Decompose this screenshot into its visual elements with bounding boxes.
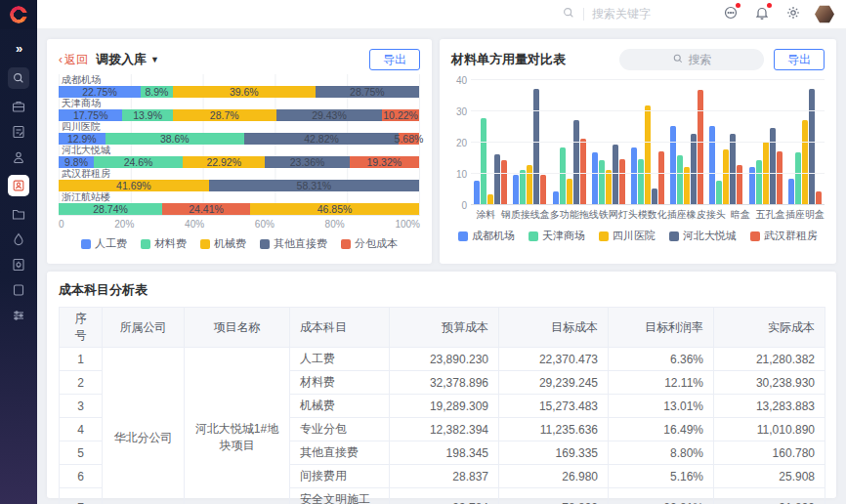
avatar[interactable] [815,5,834,24]
bar[interactable] [606,170,612,204]
bar-segment[interactable]: 29.43% [276,109,383,121]
bar[interactable] [527,165,532,204]
bar-segment[interactable]: 5.68% [399,133,419,145]
bar-segment[interactable]: 17.75% [59,109,122,121]
bar[interactable] [658,151,664,204]
bar-segment[interactable]: 28.7% [173,109,276,121]
bar[interactable] [723,149,729,204]
export-button[interactable]: 导出 [774,49,825,70]
bar[interactable] [691,134,697,204]
bar[interactable] [788,179,794,204]
legend-item[interactable]: 天津商场 [529,229,585,243]
bar[interactable] [599,160,605,204]
bar-segment[interactable]: 58.31% [209,180,419,191]
bar[interactable] [613,145,618,204]
bar[interactable] [481,118,486,204]
bar[interactable] [553,191,559,204]
bar[interactable] [592,152,598,204]
bar-segment[interactable]: 46.85% [250,203,419,215]
app-logo[interactable] [0,0,37,29]
settings-button[interactable] [785,5,801,23]
legend-item[interactable]: 机械费 [200,236,246,251]
bar[interactable] [533,89,539,204]
bar-segment[interactable]: 23.36% [265,156,349,168]
bar[interactable] [652,189,657,204]
bar-segment[interactable]: 28.74% [59,203,162,215]
bar[interactable] [709,126,715,204]
bar[interactable] [638,159,644,204]
bar[interactable] [795,152,801,204]
bar[interactable] [487,194,493,204]
legend-item[interactable]: 其他直接费 [260,236,327,251]
sidebar-item-workflow[interactable] [11,308,26,323]
bar[interactable] [756,160,762,204]
bar-segment[interactable]: 24.6% [94,156,183,168]
back-link[interactable]: ‹ 返回 [59,52,88,68]
legend-item[interactable]: 人工费 [81,236,127,251]
legend-item[interactable]: 材料费 [141,236,187,251]
bar[interactable] [573,120,579,204]
bar-segment[interactable]: 19.32% [350,156,419,168]
bar-segment[interactable]: 8.9% [141,86,173,98]
bar[interactable] [560,147,566,204]
bar[interactable] [809,89,815,204]
sidebar-item-orders[interactable] [11,124,26,140]
bar[interactable] [698,90,703,204]
bar[interactable] [716,181,722,204]
global-search[interactable]: 搜索关键字 [562,6,651,22]
panel-search-input[interactable]: 搜索 [619,49,764,70]
bar[interactable] [777,151,783,204]
sidebar-item-files[interactable] [11,206,26,222]
bar[interactable] [645,105,651,204]
bar-segment[interactable]: 22.92% [183,156,266,168]
droplet-icon [11,231,26,247]
legend-item[interactable]: 分包成本 [341,236,398,251]
legend-item[interactable]: 四川医院 [599,229,656,243]
bar-segment[interactable]: 38.6% [106,133,244,145]
bar-segment[interactable]: 10.22% [382,109,419,121]
legend-item[interactable]: 武汉群租房 [750,229,818,243]
bar[interactable] [802,120,808,204]
bar[interactable] [501,160,507,204]
notifications-button[interactable] [754,5,770,23]
bar[interactable] [816,191,822,204]
sidebar-item-devices[interactable] [11,282,26,298]
bar-segment[interactable]: 13.9% [122,109,172,121]
bar-segment[interactable]: 12.9% [59,133,106,145]
legend-item[interactable]: 河北大悦城 [669,229,737,243]
bar[interactable] [580,139,586,204]
bar[interactable] [631,147,637,204]
bar-segment[interactable]: 41.69% [59,180,209,191]
messages-button[interactable] [723,5,739,23]
sidebar-item-materials-active[interactable] [8,175,29,196]
bar[interactable] [670,126,676,204]
row-index-cell: 4 [60,418,103,441]
material-usage-panel: 材料单方用量对比表 搜索 导出 010203040 [440,39,836,264]
bar-segment[interactable]: 28.75% [316,86,419,98]
legend-item[interactable]: 成都机场 [458,229,515,243]
bar-segment[interactable]: 9.8% [59,156,94,168]
bar[interactable] [494,154,500,204]
sidebar-item-search[interactable] [8,67,29,89]
bar[interactable] [540,175,546,204]
bar[interactable] [513,175,519,204]
collapse-sidebar-icon[interactable]: » [16,41,21,56]
bar[interactable] [677,155,683,204]
chevron-down-icon[interactable]: ▼ [150,55,159,64]
bar-segment[interactable]: 22.75% [59,86,141,98]
sidebar-item-resources[interactable] [11,231,26,247]
bar[interactable] [730,134,736,204]
bar[interactable] [737,165,742,204]
bar[interactable] [567,179,572,204]
export-button[interactable]: 导出 [369,49,420,70]
bar-segment[interactable]: 39.6% [173,86,316,98]
bar-segment[interactable]: 42.82% [244,133,399,145]
bar[interactable] [520,170,526,204]
sidebar-item-projects[interactable] [11,99,26,114]
sidebar-item-approvals[interactable] [11,149,26,165]
bar[interactable] [474,181,480,204]
sidebar-item-settings-doc[interactable] [11,257,26,273]
bar-segment[interactable]: 24.41% [162,203,250,215]
bar[interactable] [619,159,625,204]
bar[interactable] [770,128,776,204]
